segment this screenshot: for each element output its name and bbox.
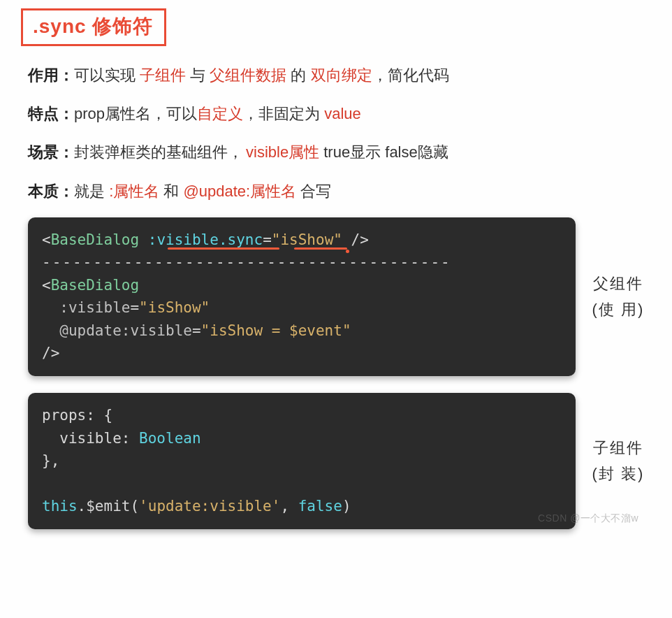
text: 合写: [296, 182, 331, 200]
text: true显示 false隐藏: [319, 143, 448, 161]
text: 封装弹框类的基础组件，: [74, 143, 243, 161]
code-token: [139, 231, 148, 248]
code-token: />: [342, 231, 369, 248]
label: 场景：: [28, 143, 74, 161]
code-token: :visible.sync: [148, 231, 263, 248]
label: 作用：: [28, 66, 74, 84]
definition-list: 作用：可以实现 子组件 与 父组件数据 的 双向绑定，简化代码 特点：prop属…: [20, 63, 652, 203]
highlight: 父组件数据: [210, 66, 286, 84]
title-box: .sync 修饰符: [21, 8, 166, 46]
dot-annotation: [346, 250, 349, 253]
code-token: BaseDialog: [51, 277, 139, 294]
label-parent: 父组件 (使 用): [591, 271, 645, 323]
code-token: @update:visible: [42, 322, 192, 339]
code-token: <: [42, 231, 51, 248]
label: 本质：: [28, 182, 74, 200]
line-purpose: 作用：可以实现 子组件 与 父组件数据 的 双向绑定，简化代码: [28, 63, 652, 87]
code-token: =: [192, 322, 201, 339]
underline-annotation: [294, 247, 347, 250]
label-text: (使 用): [591, 296, 645, 322]
text: 与: [186, 66, 210, 84]
text: ，非固定为: [243, 105, 324, 122]
line-essence: 本质：就是 :属性名 和 @update:属性名 合写: [28, 179, 652, 203]
line-scenario: 场景：封装弹框类的基础组件，visible属性 true显示 false隐藏: [28, 140, 652, 164]
label-text: (封 装): [591, 461, 645, 487]
highlight: 双向绑定: [311, 66, 372, 84]
code-token: BaseDialog: [51, 231, 139, 248]
divider: ----------------------------------------: [42, 254, 451, 271]
text: 的: [286, 66, 310, 84]
highlight: 自定义: [197, 105, 243, 122]
code-token: "isShow": [272, 231, 342, 248]
code-token: },: [42, 452, 59, 469]
code-token: props: {: [42, 407, 112, 424]
page-title: .sync 修饰符: [33, 15, 153, 37]
code-token: 'update:visible': [139, 498, 280, 515]
line-feature: 特点：prop属性名，可以自定义，非固定为 value: [28, 101, 652, 126]
highlight: :属性名: [109, 182, 159, 200]
code-token: "isShow": [139, 299, 210, 316]
text: 可以实现: [74, 66, 140, 84]
highlight: value: [324, 105, 361, 122]
code-token: />: [42, 345, 59, 361]
text: 就是: [74, 182, 109, 200]
code-row-parent: <BaseDialog :visible.sync="isShow" /> --…: [20, 217, 652, 376]
code-token: .$emit(: [78, 498, 140, 515]
text: ，简化代码: [372, 66, 449, 84]
label-text: 父组件: [591, 271, 645, 296]
label: 特点：: [28, 105, 74, 122]
highlight: 子组件: [140, 66, 186, 84]
code-block-child: props: { visible: Boolean }, this.$emit(…: [28, 393, 576, 529]
text: prop属性名，可以: [74, 105, 197, 122]
code-token: visible:: [42, 430, 139, 447]
code-block-parent: <BaseDialog :visible.sync="isShow" /> --…: [28, 217, 576, 376]
label-text: 子组件: [591, 435, 645, 461]
code-token: =: [263, 231, 272, 248]
underline-annotation: [168, 247, 279, 250]
code-token: Boolean: [139, 430, 201, 447]
highlight: visible属性: [246, 143, 319, 161]
highlight: @update:属性名: [183, 182, 296, 200]
code-token: this: [42, 498, 78, 515]
code-token: false: [298, 498, 342, 515]
code-token: <: [42, 277, 51, 294]
code-token: =: [130, 299, 139, 316]
code-token: ): [342, 498, 351, 515]
label-child: 子组件 (封 装): [591, 435, 645, 487]
code-row-child: props: { visible: Boolean }, this.$emit(…: [20, 393, 652, 529]
watermark: CSDN @一个大不溜w: [538, 512, 638, 525]
code-token: "isShow = $event": [201, 322, 351, 339]
code-token: ,: [280, 498, 298, 515]
code-token: :visible: [42, 299, 130, 316]
text: 和: [159, 182, 183, 200]
